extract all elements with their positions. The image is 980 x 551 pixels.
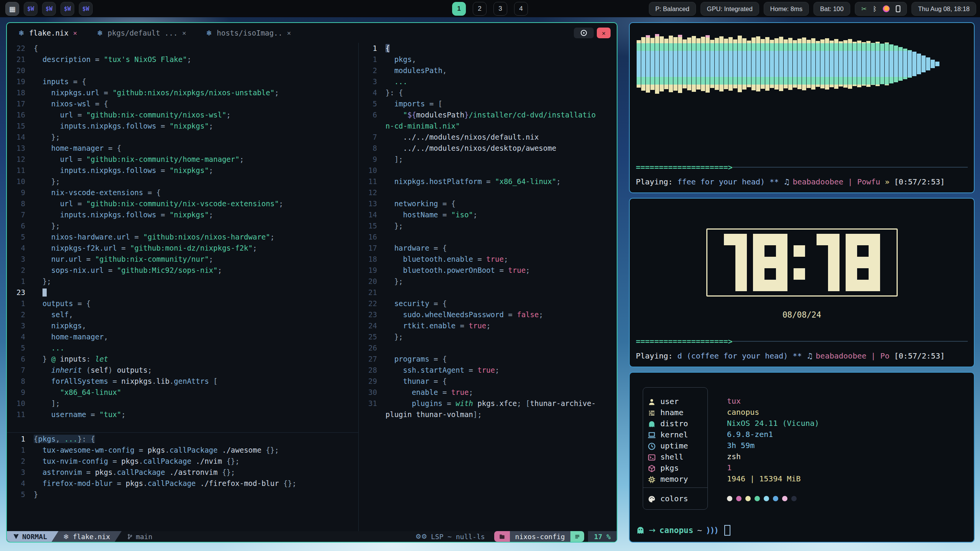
git-branch-icon: [127, 533, 133, 540]
neovim-window: ❄flake.nix✕❄pkgs/default ...✕❄hosts/isoI…: [6, 22, 617, 543]
app-launcher-icon[interactable]: ▦: [5, 2, 19, 16]
cava-bar: [807, 40, 811, 88]
music-note-icon: ♫: [807, 351, 816, 360]
code-line: 5}: [7, 489, 358, 500]
cava-bar: [646, 35, 650, 93]
cava-bar: [871, 43, 875, 85]
palette-dot: [745, 496, 751, 501]
line-number: 11: [359, 176, 385, 187]
palette-dot: [736, 496, 742, 501]
cava-bar: [738, 36, 742, 92]
line-number: 12: [359, 187, 385, 198]
mode-segment: NORMAL: [7, 531, 59, 542]
app-button[interactable]: $W: [79, 2, 93, 16]
cava-bar: [917, 54, 921, 74]
line-number: 14: [7, 132, 34, 143]
firefox-icon[interactable]: [883, 5, 890, 12]
code-line: 1 pkgs,: [359, 54, 617, 65]
code-line: 2 sops-nix.url = "github:Mic92/sops-nix"…: [7, 265, 358, 276]
pane-flake-nix[interactable]: 22{21 description = "tux's NixOS Flake";…: [7, 43, 358, 432]
line-number: 3: [359, 76, 385, 87]
line-number: 9: [7, 187, 34, 198]
phone-icon[interactable]: [896, 5, 900, 12]
cava-bar: [857, 41, 861, 87]
pane-pkgs-default[interactable]: 1{pkgs, ...}: {1 tux-awesome-wm-config =…: [7, 432, 358, 500]
palette-dot: [791, 496, 797, 501]
terminal-visualizer: ====================> Playing: ffee for …: [629, 22, 975, 193]
tab-flake-nix[interactable]: ❄flake.nix✕: [18, 29, 77, 37]
code-line: 8 ../../modules/nixos/desktop/awesome: [359, 143, 617, 154]
code-line: 2 tux-nvim-config = pkgs.callPackage ./n…: [7, 456, 358, 467]
fetch-value-pkgs: 1: [727, 462, 732, 473]
workspace-tag-2[interactable]: 2: [473, 2, 487, 16]
close-button[interactable]: ✕: [597, 28, 611, 38]
cava-bar: [866, 41, 871, 87]
code-line: 6 };: [7, 220, 358, 231]
terminal-cursor[interactable]: [724, 525, 730, 536]
bluetooth-icon[interactable]: ᛒ: [873, 6, 877, 12]
nix-snowflake-icon: ❄: [206, 29, 212, 37]
shell-prompt[interactable]: → canopus ~ ))): [636, 525, 730, 536]
code-line: 1{: [359, 43, 617, 54]
tab-label: flake.nix: [29, 29, 69, 37]
fetch-row-pkgs: pkgs: [643, 462, 679, 473]
code-line: 5 ...: [7, 342, 358, 354]
cava-bar: [912, 52, 916, 76]
line-number: 8: [7, 376, 34, 387]
app-button[interactable]: $W: [60, 2, 74, 16]
fetch-row-hname: hname: [643, 407, 683, 418]
fetch-label: shell: [660, 452, 683, 461]
cava-bar: [784, 39, 788, 88]
line-number: 1: [7, 434, 34, 445]
workspace-tag-3[interactable]: 3: [493, 2, 507, 16]
clock-digit: [753, 234, 787, 291]
tab-label: hosts/isoImag..: [217, 29, 283, 37]
close-tab-icon[interactable]: ✕: [182, 29, 186, 37]
toggle-button[interactable]: [574, 28, 594, 38]
cava-bar: [761, 39, 765, 89]
code-line: 26: [359, 342, 617, 354]
code-line: 6 } @ inputs: let: [7, 354, 358, 365]
code-line: 5 nixos-hardware.url = "github:nixos/nix…: [7, 231, 358, 243]
workspace-tag-1[interactable]: 1: [452, 2, 466, 16]
cava-bar: [921, 55, 926, 72]
cava-bar: [853, 42, 857, 86]
code-line: 19 inputs = {: [7, 76, 358, 87]
status-pill: GPU: Integrated: [701, 2, 759, 16]
app-button[interactable]: $W: [42, 2, 56, 16]
line-number: 5: [7, 489, 34, 500]
cava-bar: [830, 41, 834, 87]
close-tab-icon[interactable]: ✕: [73, 29, 77, 37]
terminal-fetch: usertuxhnamecanopusdistroNixOS 24.11 (Vi…: [629, 372, 975, 543]
tab-pkgs-default-[interactable]: ❄pkgs/default ...✕: [97, 29, 186, 37]
app-buttons: $W$W$W$W: [24, 2, 93, 16]
line-number: 2: [7, 456, 34, 467]
code-line: 2 self,: [7, 309, 358, 320]
code-line: 4 firefox-mod-blur = pkgs.callPackage ./…: [7, 478, 358, 489]
line-number: 21: [359, 287, 385, 298]
code-line: 17 hardware = {: [359, 243, 617, 254]
cava-bar: [839, 41, 843, 86]
code-line: 15 };: [359, 220, 617, 231]
code-line: 15 inputs.nixpkgs.follows = "nixpkgs";: [7, 121, 358, 132]
line-number: 21: [7, 54, 34, 65]
cava-bar: [660, 36, 664, 91]
workspace-tag-4[interactable]: 4: [514, 2, 528, 16]
scissors-icon[interactable]: ✂: [861, 6, 867, 12]
cava-bar: [701, 37, 705, 91]
code-line: 7 inputs.nixpkgs.follows = "nixpkgs";: [7, 209, 358, 220]
code-line: 1 outputs = {: [7, 298, 358, 309]
close-tab-icon[interactable]: ✕: [287, 29, 291, 37]
pane-hosts-iso[interactable]: 1{1 pkgs,2 modulesPath,3 ...4}: {5 impor…: [358, 43, 617, 531]
line-number: 26: [359, 342, 385, 354]
app-button[interactable]: $W: [24, 2, 38, 16]
line-number: 7: [7, 209, 34, 220]
fetch-separator: [643, 487, 708, 488]
cava-bar: [747, 41, 751, 87]
tab-hosts-isoImag-[interactable]: ❄hosts/isoImag..✕: [206, 29, 291, 37]
line-number: 22: [359, 298, 385, 309]
code-line: 3 nur.url = "github:nix-community/nur";: [7, 254, 358, 265]
fetch-row-memory: memory: [643, 473, 688, 484]
fetch-value-distro: NixOS 24.11 (Vicuna): [727, 418, 819, 429]
clock-digit: [724, 234, 747, 291]
